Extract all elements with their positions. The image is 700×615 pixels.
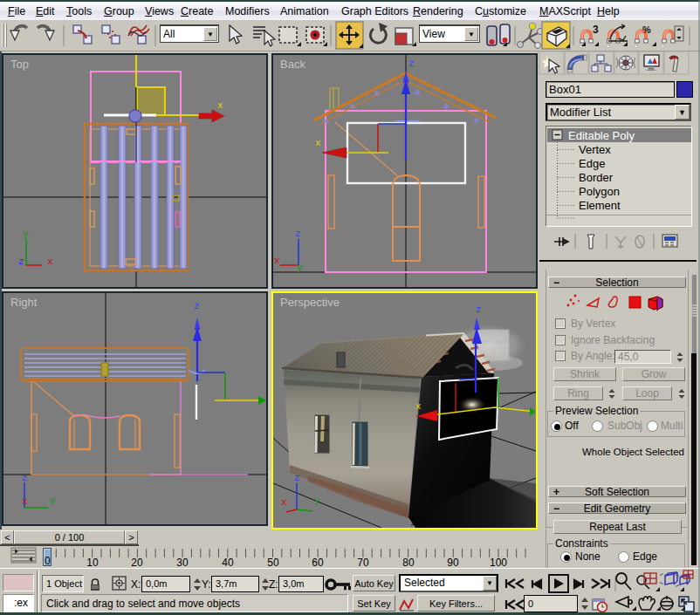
svg-text:100: 100 bbox=[490, 557, 507, 568]
svg-text:y: y bbox=[50, 495, 56, 506]
svg-text:BACK: BACK bbox=[496, 339, 508, 345]
svg-text:x: x bbox=[217, 100, 223, 111]
svg-text:z: z bbox=[22, 473, 28, 483]
svg-text:x: x bbox=[315, 138, 321, 148]
svg-text:R: R bbox=[472, 116, 481, 126]
svg-text:x: x bbox=[281, 497, 287, 508]
svg-text:b: b bbox=[323, 117, 331, 126]
svg-text:3: 3 bbox=[593, 24, 599, 36]
svg-text:30: 30 bbox=[176, 557, 189, 568]
svg-text:80: 80 bbox=[402, 557, 415, 568]
svg-text:z: z bbox=[295, 229, 301, 239]
svg-text:y: y bbox=[314, 495, 320, 506]
svg-text:y: y bbox=[23, 229, 29, 239]
svg-text:z: z bbox=[194, 301, 200, 311]
svg-text:z: z bbox=[294, 473, 300, 483]
svg-text:BACK: BACK bbox=[480, 339, 492, 345]
svg-text:10: 10 bbox=[86, 557, 99, 568]
svg-text:y: y bbox=[297, 263, 303, 273]
svg-text:z: z bbox=[408, 58, 415, 69]
svg-text:x: x bbox=[22, 496, 28, 507]
svg-text:x: x bbox=[415, 401, 422, 412]
svg-text:x: x bbox=[47, 256, 53, 267]
svg-text:R: R bbox=[413, 88, 422, 99]
svg-text:40: 40 bbox=[222, 557, 234, 568]
svg-text:%: % bbox=[642, 24, 651, 35]
svg-text:60: 60 bbox=[312, 557, 324, 568]
svg-text:z: z bbox=[476, 304, 482, 315]
svg-text:90: 90 bbox=[447, 557, 459, 568]
svg-text:x: x bbox=[274, 256, 280, 266]
svg-text:50: 50 bbox=[267, 557, 279, 568]
svg-text:b: b bbox=[374, 89, 381, 99]
svg-text:20: 20 bbox=[131, 557, 143, 568]
svg-text:z: z bbox=[18, 256, 24, 267]
svg-text:70: 70 bbox=[357, 557, 369, 568]
